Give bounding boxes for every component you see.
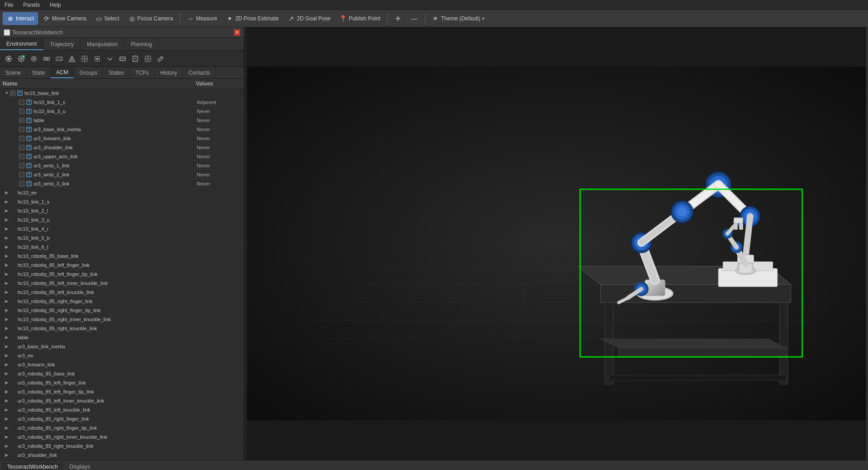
toolbar-icon-5[interactable] <box>53 53 65 65</box>
tab-groups[interactable]: Groups <box>74 67 103 78</box>
tree-row[interactable]: ▶ur3_robotiq_85_left_knuckle_link <box>0 405 244 414</box>
tree-row[interactable]: ▶ur3_robotiq_85_left_inner_knuckle_link <box>0 396 244 405</box>
tree-toggle[interactable]: ▶ <box>4 244 10 250</box>
2d-goal-button[interactable]: ↗ 2D Goal Pose <box>284 12 335 25</box>
tab-planning[interactable]: Planning <box>124 38 159 50</box>
tree-row[interactable]: ▶table <box>0 333 244 342</box>
tree-row[interactable]: ▶hc10_robotiq_85_left_finger_tip_link <box>0 270 244 279</box>
2d-pose-button[interactable]: ✦ 2D Pose Estimate <box>222 12 283 25</box>
tree-toggle[interactable]: ▶ <box>4 407 10 413</box>
tree-toggle[interactable]: ▶ <box>4 208 10 214</box>
tree-toggle[interactable]: ▶ <box>4 253 10 259</box>
tree-row[interactable]: ▶hc10_link_6_t <box>0 242 244 252</box>
tree-toggle[interactable]: ▼ <box>4 90 10 96</box>
tree-toggle[interactable]: ▶ <box>4 298 10 304</box>
tree-checkbox[interactable] <box>19 163 24 168</box>
tree-checkbox[interactable] <box>19 136 24 141</box>
tree-row[interactable]: hc10_link_1_sAdjacent <box>0 98 244 107</box>
toolbar-icon-2[interactable] <box>15 53 27 65</box>
toolbar-icon-7[interactable] <box>79 53 90 65</box>
focus-camera-button[interactable]: ◎ Focus Camera <box>124 12 177 25</box>
toolbar-icon-8[interactable] <box>91 53 103 65</box>
tree-toggle[interactable]: ▶ <box>4 380 10 386</box>
tree-row[interactable]: ▶ur3_robotiq_85_left_finger_link <box>0 378 244 387</box>
tree-toggle[interactable]: ▶ <box>4 262 10 268</box>
tree-toggle[interactable]: ▶ <box>4 343 10 350</box>
tree-row[interactable]: ▶hc10_link_4_r <box>0 224 244 233</box>
tree-row[interactable]: ▶hc10_link_5_b <box>0 233 244 242</box>
tree-row[interactable]: ▶hc10_robotiq_85_right_inner_knuckle_lin… <box>0 315 244 324</box>
tree-row[interactable]: ▶hc10_link_3_u <box>0 215 244 224</box>
tree-toggle[interactable]: ▶ <box>4 389 10 395</box>
tree-row[interactable]: hc10_link_3_uNever <box>0 107 244 116</box>
tree-checkbox[interactable] <box>19 100 24 105</box>
toolbar-icon-13[interactable] <box>155 53 166 65</box>
crosshair-button[interactable]: ✛ <box>390 12 406 25</box>
tab-manipulation[interactable]: Manipulation <box>81 38 124 50</box>
bottom-tab-displays[interactable]: Displays <box>64 462 95 470</box>
move-camera-button[interactable]: ⟳ Move Camera <box>39 12 90 25</box>
tree-checkbox[interactable] <box>19 145 24 150</box>
tree-row[interactable]: ▶ur3_forearm_link <box>0 360 244 369</box>
tree-toggle[interactable]: ▶ <box>4 316 10 323</box>
tree-row[interactable]: ▶hc10_robotiq_85_right_knuckle_link <box>0 324 244 333</box>
tree-row[interactable]: ▶hc10_robotiq_85_left_finger_link <box>0 261 244 270</box>
tree-toggle[interactable]: ▶ <box>4 434 10 440</box>
tree-toggle[interactable]: ▶ <box>4 325 10 332</box>
tab-tcps[interactable]: TCPs <box>130 67 155 78</box>
bottom-tab-workbench[interactable]: TesseractWorkbench <box>2 462 63 470</box>
tab-state[interactable]: State <box>27 67 51 78</box>
tab-contacts[interactable]: Contacts <box>183 67 215 78</box>
tree-checkbox[interactable] <box>19 154 24 159</box>
toolbar-icon-12[interactable] <box>142 53 154 65</box>
tree-row[interactable]: ▶ur3_robotiq_85_left_finger_tip_link <box>0 387 244 396</box>
tab-history[interactable]: History <box>155 67 183 78</box>
tree-checkbox[interactable] <box>19 109 24 114</box>
tree-row[interactable]: ur3_upper_arm_linkNever <box>0 152 244 161</box>
tree-row[interactable]: ▶hc10_link_2_l <box>0 206 244 215</box>
tree-row[interactable]: ▶ur3_upper_arm_link <box>0 460 244 460</box>
right-splitter[interactable] <box>866 27 868 460</box>
tree-row[interactable]: ▼✓hc10_base_link <box>0 89 244 98</box>
select-button[interactable]: ▭ Select <box>91 12 123 25</box>
tab-scene[interactable]: Scene <box>0 67 27 78</box>
tree-row[interactable]: ▶ur3_robotiq_85_right_inner_knuckle_link <box>0 432 244 442</box>
tree-row[interactable]: ▶hc10_robotiq_85_left_inner_knuckle_link <box>0 279 244 288</box>
tree-row[interactable]: ▶ur3_base_link_inertia <box>0 342 244 351</box>
toolbar-icon-1[interactable] <box>3 53 14 65</box>
tree-row[interactable]: ▶ur3_robotiq_85_right_finger_link <box>0 414 244 423</box>
tree-toggle[interactable]: ▶ <box>4 307 10 313</box>
tree-checkbox[interactable]: ✓ <box>10 90 15 96</box>
tree-toggle[interactable]: ▶ <box>4 370 10 377</box>
tree-toggle[interactable]: ▶ <box>4 361 10 368</box>
menu-panels[interactable]: Panels <box>21 1 42 9</box>
tree-toggle[interactable]: ▶ <box>4 289 10 295</box>
tree-checkbox[interactable] <box>19 181 24 186</box>
tree-row[interactable]: ▶hc10_robotiq_85_right_finger_link <box>0 297 244 306</box>
tree-row[interactable]: ▶ur3_shoulder_link <box>0 451 244 460</box>
theme-button[interactable]: ☀ Theme (Default) ▾ <box>428 12 489 25</box>
tree-row[interactable]: ur3_forearm_linkNever <box>0 134 244 143</box>
publish-point-button[interactable]: 📍 Publish Point <box>336 12 384 25</box>
minus-button[interactable]: — <box>407 12 422 25</box>
tree-toggle[interactable]: ▶ <box>4 398 10 404</box>
interact-button[interactable]: ⊕ Interact <box>3 12 38 25</box>
tree-row[interactable]: ✓tableNever <box>0 116 244 125</box>
tree-checkbox[interactable]: ✓ <box>19 118 24 123</box>
tree-toggle[interactable]: ▶ <box>4 416 10 422</box>
tree-row[interactable]: ur3_wrist_1_linkNever <box>0 161 244 170</box>
tree-toggle[interactable]: ▶ <box>4 217 10 223</box>
panel-close-button[interactable]: ✕ <box>234 29 240 36</box>
tree-toggle[interactable]: ▶ <box>4 190 10 196</box>
tree-row[interactable]: ▶hc10_robotiq_85_left_knuckle_link <box>0 288 244 297</box>
tree-toggle[interactable]: ▶ <box>4 352 10 359</box>
tree-toggle[interactable]: ▶ <box>4 226 10 232</box>
tree-row[interactable]: ▶hc10_robotiq_85_base_link <box>0 252 244 261</box>
tree-toggle[interactable]: ▶ <box>4 452 10 458</box>
tree-row[interactable]: ▶ur3_robotiq_85_right_finger_tip_link <box>0 423 244 432</box>
toolbar-icon-4[interactable] <box>41 53 52 65</box>
toolbar-icon-3[interactable] <box>28 53 40 65</box>
tree-toggle[interactable]: ▶ <box>4 280 10 286</box>
tree-row[interactable]: ▶hc10_ee <box>0 188 244 197</box>
tree-toggle[interactable]: ▶ <box>4 235 10 241</box>
